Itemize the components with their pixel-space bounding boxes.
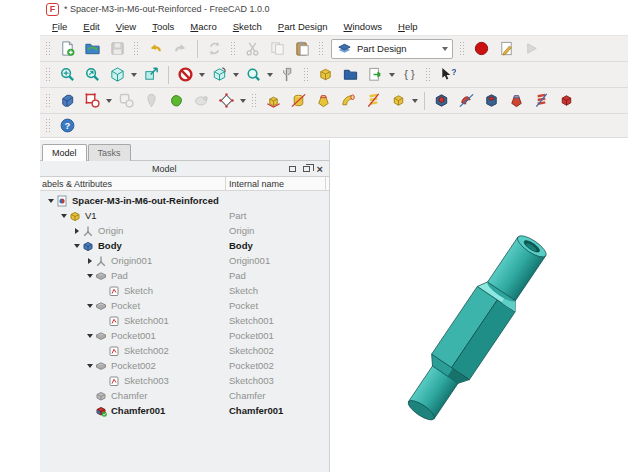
isometric-view-button[interactable] xyxy=(106,64,129,86)
validate-sketch-button[interactable] xyxy=(165,90,188,112)
menu-file[interactable]: File xyxy=(44,19,75,34)
tree-expander-icon[interactable] xyxy=(74,244,80,248)
create-sketch-button-dropdown[interactable] xyxy=(105,90,113,112)
new-document-button[interactable] xyxy=(56,38,79,60)
tree-expander-icon[interactable] xyxy=(61,214,67,218)
menu-macro[interactable]: Macro xyxy=(182,19,224,34)
dock-close-icon[interactable]: × xyxy=(317,165,323,173)
additive-primitive-button[interactable] xyxy=(387,90,410,112)
clipping-plane-button[interactable] xyxy=(174,64,197,86)
tree-row-body[interactable]: BodyBody xyxy=(40,238,329,253)
toolbar-grip[interactable] xyxy=(318,41,325,57)
create-datum-button[interactable] xyxy=(215,90,238,112)
help-button[interactable]: ? xyxy=(56,115,79,137)
fit-all-button[interactable] xyxy=(56,64,79,86)
toolbar-grip[interactable] xyxy=(459,41,466,57)
hole-button[interactable] xyxy=(480,90,503,112)
groove-button[interactable] xyxy=(455,90,478,112)
tree-expander[interactable] xyxy=(72,244,82,248)
tree-row-pocket001[interactable]: Pocket001Pocket001 xyxy=(40,328,329,343)
additive-pipe-button[interactable] xyxy=(337,90,360,112)
menu-sketch[interactable]: Sketch xyxy=(225,19,270,34)
create-body-button[interactable] xyxy=(56,90,79,112)
rotate-view-button[interactable] xyxy=(208,64,231,86)
create-group-button[interactable] xyxy=(339,64,362,86)
additive-helix-button[interactable] xyxy=(362,90,385,112)
open-document-button[interactable] xyxy=(81,38,104,60)
3d-viewport[interactable] xyxy=(330,140,628,472)
create-part-button[interactable] xyxy=(314,64,337,86)
toolbar-grip[interactable] xyxy=(45,118,52,134)
subtractive-loft-button[interactable] xyxy=(505,90,528,112)
pad-button[interactable] xyxy=(262,90,285,112)
toolbar-grip[interactable] xyxy=(45,67,52,83)
create-sketch-button[interactable] xyxy=(81,90,104,112)
toolbar-grip[interactable] xyxy=(303,67,310,83)
whats-this-button[interactable]: ? xyxy=(436,64,459,86)
revolution-button[interactable] xyxy=(287,90,310,112)
tree-expander-icon[interactable] xyxy=(75,228,79,234)
make-link-button[interactable] xyxy=(364,64,387,86)
workbench-selector[interactable]: Part Design xyxy=(331,39,453,59)
subtractive-primitive-button[interactable] xyxy=(555,90,578,112)
dock-float-icon[interactable] xyxy=(303,166,310,172)
rotate-view-button-dropdown[interactable] xyxy=(232,64,240,86)
tree-expander-icon[interactable] xyxy=(87,364,93,368)
expressions-button[interactable]: { } xyxy=(398,64,421,86)
toolbar-grip[interactable] xyxy=(45,41,52,57)
macro-record-button[interactable] xyxy=(470,38,493,60)
menu-help[interactable]: Help xyxy=(390,19,426,34)
menu-windows[interactable]: Windows xyxy=(335,19,390,34)
fit-selection-button[interactable] xyxy=(81,64,104,86)
tree-row-chamfer001[interactable]: Chamfer001Chamfer001 xyxy=(40,403,329,418)
macro-edit-button[interactable] xyxy=(495,38,518,60)
tree-row-sketch003[interactable]: Sketch003Sketch003 xyxy=(40,373,329,388)
tab-tasks[interactable]: Tasks xyxy=(88,144,131,161)
spacer-3d-model[interactable] xyxy=(399,229,554,428)
create-datum-button-dropdown[interactable] xyxy=(239,90,247,112)
tree-row-sketch[interactable]: SketchSketch xyxy=(40,283,329,298)
tree-expander[interactable] xyxy=(85,274,95,278)
isometric-view-button-dropdown[interactable] xyxy=(130,64,138,86)
paste-button[interactable] xyxy=(291,38,314,60)
tree-expander[interactable] xyxy=(85,334,95,338)
tree-row-spacer-m3-in-m6-out-reinforced[interactable]: Spacer-M3-in-M6-out-Reinforced xyxy=(40,193,329,208)
tree-row-chamfer[interactable]: ChamferChamfer xyxy=(40,388,329,403)
tree-expander-icon[interactable] xyxy=(87,274,93,278)
undo-button[interactable] xyxy=(144,38,167,60)
tree-row-origin001[interactable]: Origin001Origin001 xyxy=(40,253,329,268)
clipping-plane-button-dropdown[interactable] xyxy=(198,64,206,86)
menu-tools[interactable]: Tools xyxy=(144,19,182,34)
toolbar-grip[interactable] xyxy=(45,93,52,109)
tree-expander[interactable] xyxy=(72,228,82,234)
menu-edit[interactable]: Edit xyxy=(75,19,107,34)
tree-expander-icon[interactable] xyxy=(48,199,54,203)
additive-primitive-button-dropdown[interactable] xyxy=(411,90,419,112)
tree-row-pocket[interactable]: PocketPocket xyxy=(40,298,329,313)
measure-button[interactable] xyxy=(276,64,299,86)
tree-expander[interactable] xyxy=(85,304,95,308)
tree-row-origin[interactable]: OriginOrigin xyxy=(40,223,329,238)
additive-loft-button[interactable] xyxy=(312,90,335,112)
tree-row-pocket002[interactable]: Pocket002Pocket002 xyxy=(40,358,329,373)
toolbar-grip[interactable] xyxy=(133,41,140,57)
menu-part-design[interactable]: Part Design xyxy=(270,19,336,34)
tree-expander[interactable] xyxy=(85,364,95,368)
sync-view-button[interactable] xyxy=(140,64,163,86)
tree-expander-icon[interactable] xyxy=(87,304,93,308)
tree-expander[interactable] xyxy=(85,258,95,264)
make-link-button-dropdown[interactable] xyxy=(388,64,396,86)
tree-row-sketch002[interactable]: Sketch002Sketch002 xyxy=(40,343,329,358)
tree-expander[interactable] xyxy=(59,214,69,218)
toolbar-grip[interactable] xyxy=(251,93,258,109)
pocket-button[interactable] xyxy=(430,90,453,112)
tab-model[interactable]: Model xyxy=(42,144,87,161)
zoom-button-dropdown[interactable] xyxy=(266,64,274,86)
tree-row-sketch001[interactable]: Sketch001Sketch001 xyxy=(40,313,329,328)
toolbar-grip[interactable] xyxy=(230,41,237,57)
menu-view[interactable]: View xyxy=(108,19,144,34)
toolbar-grip[interactable] xyxy=(425,67,432,83)
subtractive-helix-button[interactable] xyxy=(530,90,553,112)
dock-minimize-icon[interactable] xyxy=(289,166,296,172)
zoom-button[interactable] xyxy=(242,64,265,86)
